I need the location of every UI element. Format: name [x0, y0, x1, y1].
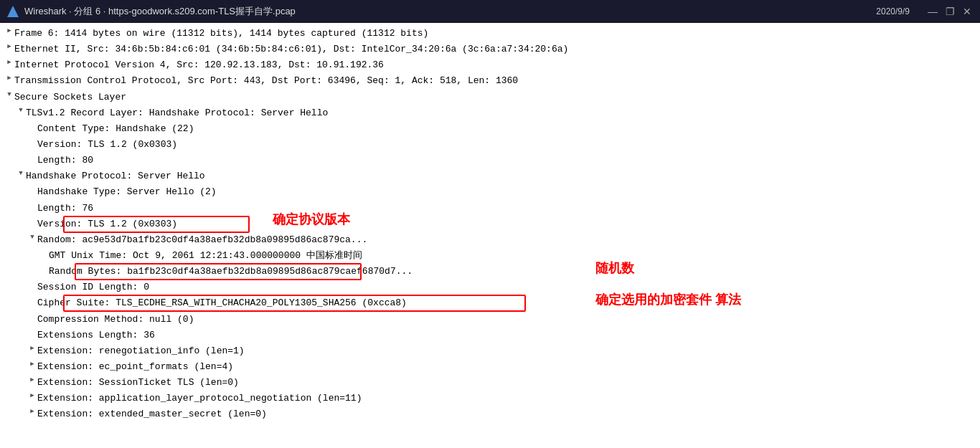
tree-line-17[interactable]: Session ID Length: 0	[0, 280, 980, 295]
tree-line-13[interactable]: Version: TLS 1.2 (0x0303)	[0, 216, 980, 232]
line-text-25: Extension: extended_master_secret (len=0…	[37, 407, 267, 421]
line-text-23: Extension: SessionTicket TLS (len=0)	[37, 376, 239, 390]
line-text-13: Version: TLS 1.2 (0x0303)	[37, 217, 177, 232]
date-display: 2020/9/9	[876, 6, 910, 16]
tree-line-22[interactable]: ▶Extension: ec_point_formats (len=4)	[0, 359, 980, 375]
line-text-11: Handshake Type: Server Hello (2)	[37, 185, 217, 199]
window-title: Wireshark · 分组 6 · https-goodwork.s209.c…	[24, 5, 296, 18]
title-bar-left: Wireshark · 分组 6 · https-goodwork.s209.c…	[7, 5, 296, 18]
line-text-2: Ethernet II, Src: 34:6b:5b:84:c6:01 (34:…	[14, 42, 568, 57]
line-text-21: Extension: renegotiation_info (len=1)	[37, 344, 245, 358]
tree-line-19[interactable]: Compression Method: null (0)	[0, 312, 980, 328]
line-text-12: Length: 76	[37, 201, 93, 216]
tree-line-15[interactable]: GMT Unix Time: Oct 9, 2061 12:21:43.0000…	[0, 248, 980, 264]
expand-arrow-21[interactable]: ▶	[27, 344, 37, 354]
line-text-10: Handshake Protocol: Server Hello	[26, 169, 205, 184]
expand-arrow-4[interactable]: ▶	[4, 74, 14, 84]
line-text-16: Random Bytes: ba1fb23c0df4a38aefb32db8a0…	[49, 264, 413, 279]
expand-arrow-24[interactable]: ▶	[27, 391, 37, 401]
expand-arrow-5[interactable]: ▼	[4, 90, 14, 100]
line-text-4: Transmission Control Protocol, Src Port:…	[14, 74, 518, 88]
tree-line-6[interactable]: ▼TLSv1.2 Record Layer: Handshake Protoco…	[0, 105, 980, 121]
tree-content: 确定协议版本 随机数 确定选用的加密套件 算法 ▶Frame 6: 1414 b…	[0, 26, 980, 423]
expand-arrow-10[interactable]: ▼	[16, 169, 26, 179]
tree-line-8[interactable]: Version: TLS 1.2 (0x0303)	[0, 137, 980, 153]
line-text-9: Length: 80	[37, 153, 93, 168]
tree-line-20[interactable]: Extensions Length: 36	[0, 328, 980, 343]
packet-detail-pane: 确定协议版本 随机数 确定选用的加密套件 算法 ▶Frame 6: 1414 b…	[0, 23, 980, 448]
tree-line-21[interactable]: ▶Extension: renegotiation_info (len=1)	[0, 343, 980, 359]
wireshark-icon	[7, 6, 19, 17]
tree-line-3[interactable]: ▶Internet Protocol Version 4, Src: 120.9…	[0, 57, 980, 73]
expand-arrow-23[interactable]: ▶	[27, 376, 37, 386]
tree-line-24[interactable]: ▶Extension: application_layer_protocol_n…	[0, 391, 980, 406]
tree-line-23[interactable]: ▶Extension: SessionTicket TLS (len=0)	[0, 375, 980, 391]
line-text-6: TLSv1.2 Record Layer: Handshake Protocol…	[26, 106, 328, 120]
line-text-8: Version: TLS 1.2 (0x0303)	[37, 138, 177, 152]
tree-line-11[interactable]: Handshake Type: Server Hello (2)	[0, 184, 980, 200]
line-text-14: Random: ac9e53d7ba1fb23c0df4a38aefb32db8…	[37, 233, 367, 247]
expand-arrow-25[interactable]: ▶	[27, 407, 37, 417]
tree-line-5[interactable]: ▼Secure Sockets Layer	[0, 90, 980, 105]
line-text-3: Internet Protocol Version 4, Src: 120.92…	[14, 58, 384, 72]
tree-line-16[interactable]: Random Bytes: ba1fb23c0df4a38aefb32db8a0…	[0, 264, 980, 280]
tree-line-10[interactable]: ▼Handshake Protocol: Server Hello	[0, 168, 980, 184]
tree-line-2[interactable]: ▶Ethernet II, Src: 34:6b:5b:84:c6:01 (34…	[0, 42, 980, 57]
tree-line-9[interactable]: Length: 80	[0, 153, 980, 168]
tree-line-25[interactable]: ▶Extension: extended_master_secret (len=…	[0, 406, 980, 422]
close-button[interactable]: ✕	[961, 6, 973, 17]
tree-line-4[interactable]: ▶Transmission Control Protocol, Src Port…	[0, 73, 980, 89]
tree-line-12[interactable]: Length: 76	[0, 201, 980, 216]
expand-arrow-14[interactable]: ▼	[27, 233, 37, 243]
expand-arrow-6[interactable]: ▼	[16, 106, 26, 116]
line-text-20: Extensions Length: 36	[37, 328, 155, 343]
tree-line-7[interactable]: Content Type: Handshake (22)	[0, 121, 980, 137]
window-controls: — ❐ ✕	[927, 6, 973, 17]
line-text-22: Extension: ec_point_formats (len=4)	[37, 360, 233, 374]
line-text-1: Frame 6: 1414 bytes on wire (11312 bits)…	[14, 27, 428, 41]
tree-line-14[interactable]: ▼Random: ac9e53d7ba1fb23c0df4a38aefb32db…	[0, 232, 980, 248]
line-text-15: GMT Unix Time: Oct 9, 2061 12:21:43.0000…	[49, 249, 362, 263]
line-text-5: Secure Sockets Layer	[14, 90, 126, 105]
expand-arrow-3[interactable]: ▶	[4, 58, 14, 68]
title-bar: Wireshark · 分组 6 · https-goodwork.s209.c…	[0, 0, 980, 23]
minimize-button[interactable]: —	[927, 6, 938, 17]
line-text-19: Compression Method: null (0)	[37, 313, 194, 327]
line-text-18: Cipher Suite: TLS_ECDHE_RSA_WITH_CHACHA2…	[37, 296, 407, 310]
line-text-24: Extension: application_layer_protocol_ne…	[37, 391, 362, 406]
expand-arrow-1[interactable]: ▶	[4, 27, 14, 37]
expand-arrow-22[interactable]: ▶	[27, 360, 37, 370]
tree-line-18[interactable]: Cipher Suite: TLS_ECDHE_RSA_WITH_CHACHA2…	[0, 295, 980, 311]
tree-line-1[interactable]: ▶Frame 6: 1414 bytes on wire (11312 bits…	[0, 26, 980, 42]
expand-arrow-2[interactable]: ▶	[4, 42, 14, 52]
line-text-17: Session ID Length: 0	[37, 280, 149, 295]
line-text-7: Content Type: Handshake (22)	[37, 122, 194, 136]
maximize-button[interactable]: ❐	[944, 6, 956, 17]
